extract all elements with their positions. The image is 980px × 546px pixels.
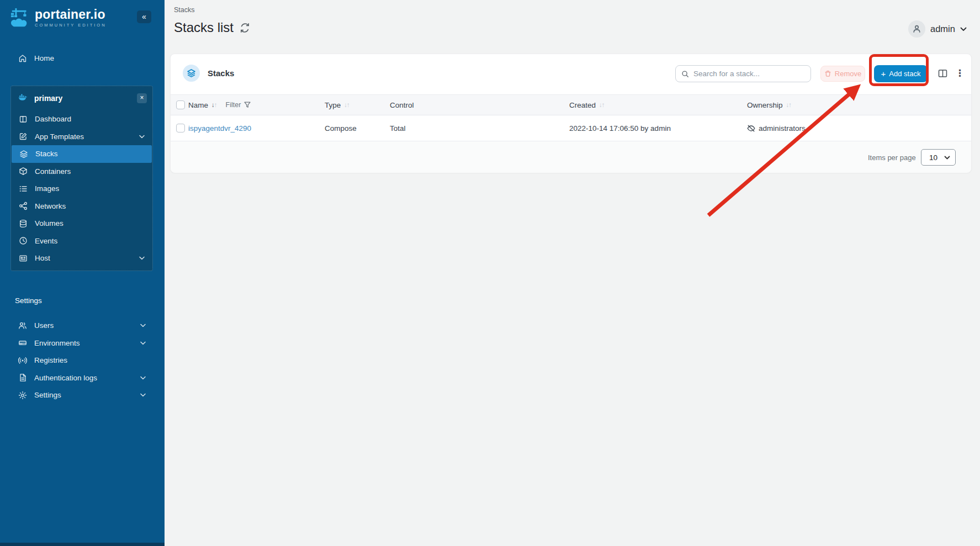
sidebar-collapse-button[interactable]: « <box>137 10 151 23</box>
logo-subtitle: COMMUNITY EDITION <box>35 23 107 28</box>
eye-slash-icon <box>747 124 755 132</box>
refresh-icon[interactable] <box>240 23 250 33</box>
server-icon <box>19 254 28 263</box>
database-icon <box>19 219 28 228</box>
close-icon: × <box>140 94 144 102</box>
environment-name: primary <box>34 94 130 103</box>
sidebar-item-events[interactable]: Events <box>11 232 152 250</box>
environment-header[interactable]: primary × <box>11 86 152 110</box>
sidebar-item-home[interactable]: Home <box>0 50 165 67</box>
stack-type: Compose <box>325 115 357 141</box>
gear-icon <box>18 391 27 400</box>
select-all-checkbox[interactable] <box>176 100 185 109</box>
chevron-down-icon <box>960 27 967 31</box>
sidebar-item-authentication-logs[interactable]: Authentication logs <box>0 369 165 387</box>
column-header-control[interactable]: Control <box>390 95 414 115</box>
sidebar-item-images[interactable]: Images <box>11 180 152 198</box>
filter-label[interactable]: Filter <box>226 101 241 109</box>
page-size-value: 10 <box>929 153 937 162</box>
dashboard-icon <box>19 115 28 124</box>
settings-section: Users Environments Registries Authentica… <box>0 317 165 404</box>
sidebar-item-settings[interactable]: Settings <box>0 386 165 404</box>
sidebar-item-stacks[interactable]: Stacks <box>12 145 152 163</box>
chevron-down-icon <box>139 256 145 260</box>
sidebar-item-networks[interactable]: Networks <box>11 198 152 215</box>
portainer-app: portainer.io COMMUNITY EDITION « Home pr… <box>0 0 980 546</box>
stacks-panel-icon-circle <box>183 65 200 82</box>
column-header-created[interactable]: Created ↓↑ <box>569 95 605 115</box>
items-per-page-label: Items per page <box>868 153 916 162</box>
add-stack-button[interactable]: + Add stack <box>874 65 928 82</box>
sidebar-item-host[interactable]: Host <box>11 250 152 267</box>
sidebar-item-registries[interactable]: Registries <box>0 352 165 369</box>
collapse-icon: « <box>142 12 146 21</box>
stack-ownership: administrators <box>747 115 806 141</box>
list-icon <box>19 184 28 193</box>
environment-section: primary × Dashboard App Templates Stacks… <box>10 86 153 271</box>
kebab-menu-icon[interactable]: ⋮ <box>955 67 965 79</box>
stack-name-link[interactable]: ispyagentdvr_4290 <box>188 124 251 132</box>
logo[interactable]: portainer.io COMMUNITY EDITION <box>10 7 107 29</box>
share-network-icon <box>19 202 28 210</box>
edit-icon <box>19 132 28 141</box>
stacks-panel: Stacks Remove + Add stack ⋮ Name ↓↑ Filt… <box>170 54 972 173</box>
settings-section-label: Settings <box>15 296 42 305</box>
plus-icon: + <box>881 69 886 78</box>
sort-icons: ↓↑ <box>211 102 217 108</box>
stack-control: Total <box>390 115 406 141</box>
stack-search <box>675 65 811 82</box>
remove-button[interactable]: Remove <box>820 66 865 82</box>
trash-icon <box>824 70 831 77</box>
sidebar-item-users[interactable]: Users <box>0 317 165 335</box>
person-icon <box>912 24 921 34</box>
broadcast-icon <box>18 356 27 365</box>
sidebar-item-containers[interactable]: Containers <box>11 163 152 181</box>
columns-icon[interactable] <box>938 69 947 78</box>
environment-close-button[interactable]: × <box>137 93 147 103</box>
chevron-down-icon <box>139 135 145 139</box>
sidebar-item-app-templates[interactable]: App Templates <box>11 128 152 146</box>
avatar <box>908 20 925 38</box>
search-input[interactable] <box>693 70 805 78</box>
column-header-type[interactable]: Type ↓↑ <box>325 95 349 115</box>
chevron-down-icon <box>140 393 146 397</box>
table-row: ispyagentdvr_4290 Compose Total 2022-10-… <box>171 115 971 141</box>
clock-icon <box>19 236 28 245</box>
chevron-down-icon <box>140 324 146 327</box>
table-footer <box>171 141 971 173</box>
users-icon <box>18 321 27 330</box>
column-header-ownership[interactable]: Ownership ↓↑ <box>747 95 791 115</box>
docker-whale-icon <box>18 94 27 103</box>
chevron-down-icon <box>140 341 146 345</box>
chevron-down-icon <box>944 156 950 160</box>
box-icon <box>19 167 28 176</box>
sidebar: portainer.io COMMUNITY EDITION « Home pr… <box>0 0 165 546</box>
sidebar-item-volumes[interactable]: Volumes <box>11 215 152 232</box>
items-per-page-select[interactable]: 10 <box>921 149 956 166</box>
sidebar-item-dashboard[interactable]: Dashboard <box>11 110 152 128</box>
portainer-logo-icon <box>10 7 31 29</box>
breadcrumb[interactable]: Stacks <box>174 6 195 14</box>
sidebar-item-label: Home <box>34 54 54 62</box>
page-title: Stacks list <box>174 20 250 35</box>
user-menu[interactable]: admin <box>908 20 967 38</box>
panel-title-text: Stacks <box>208 68 234 78</box>
sort-icons: ↓↑ <box>344 102 349 108</box>
filter-funnel-icon[interactable] <box>244 102 251 108</box>
sort-icons: ↓↑ <box>599 102 605 108</box>
search-icon <box>681 70 689 78</box>
hard-drive-icon <box>18 338 27 347</box>
sort-icons: ↓↑ <box>786 102 792 108</box>
stacks-icon <box>187 68 196 78</box>
logo-title: portainer.io <box>35 7 107 22</box>
row-checkbox[interactable] <box>176 124 185 132</box>
chevron-down-icon <box>140 376 146 380</box>
home-icon <box>18 54 27 63</box>
table-header: Name ↓↑ Filter Type ↓↑ Control Created ↓… <box>171 94 971 115</box>
panel-title: Stacks <box>183 65 234 82</box>
user-name: admin <box>930 24 955 34</box>
sidebar-item-environments[interactable]: Environments <box>0 335 165 352</box>
file-text-icon <box>18 373 27 382</box>
stacks-icon <box>19 150 28 158</box>
column-header-name[interactable]: Name ↓↑ Filter <box>188 95 251 115</box>
